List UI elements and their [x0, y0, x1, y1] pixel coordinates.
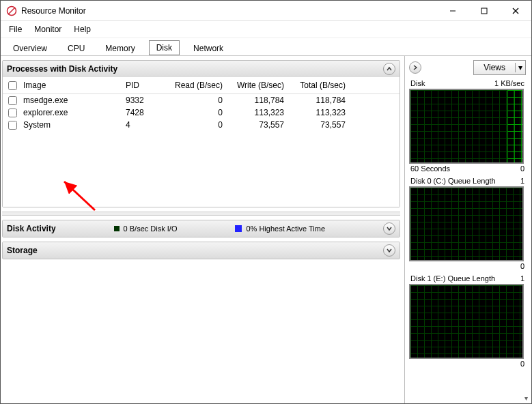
views-dropdown-icon[interactable]: ▾ [515, 63, 525, 72]
cell-read: 0 [164, 107, 225, 118]
collapse-side-icon[interactable] [409, 61, 421, 74]
disk-io-label: 0 B/sec Disk I/O [124, 225, 178, 233]
scroll-down-icon[interactable]: ▾ [520, 392, 532, 404]
window-title: Resource Monitor [21, 6, 437, 16]
blue-swatch-icon [235, 225, 242, 232]
storage-title: Storage [7, 246, 38, 255]
processes-section-header[interactable]: Processes with Disk Activity [3, 61, 400, 77]
collapse-processes-icon[interactable] [383, 63, 395, 75]
menu-bar: File Monitor Help [1, 21, 531, 38]
tab-bar: Overview CPU Memory Disk Network [1, 38, 531, 56]
graph-scale: 1 [520, 274, 524, 283]
disk-io-indicator: 0 B/sec Disk I/O [114, 225, 178, 233]
disk-activity-section: Disk Activity 0 B/sec Disk I/O 0% Highes… [2, 220, 400, 237]
processes-section: Processes with Disk Activity Image PID R… [2, 60, 400, 207]
disk-activity-header[interactable]: Disk Activity 0 B/sec Disk I/O 0% Highes… [3, 220, 400, 237]
graph-title: Disk 1 (E:) Queue Length [410, 274, 495, 283]
column-checkbox[interactable] [5, 80, 20, 91]
storage-section: Storage [2, 242, 400, 259]
graph-scale: 1 KB/sec [494, 79, 524, 87]
processes-section-title: Processes with Disk Activity [7, 64, 117, 74]
views-label: Views [474, 63, 515, 72]
cell-pid: 4 [123, 119, 164, 130]
cell-pid: 7428 [123, 107, 164, 118]
column-pid[interactable]: PID [123, 80, 164, 91]
graph-foot-left: 60 Seconds [410, 164, 450, 173]
column-total[interactable]: Total (B/sec) [287, 80, 348, 91]
side-panel: Views ▾ Disk 1 KB/sec 60 Seconds 0 Disk … [404, 56, 531, 404]
green-swatch-icon [114, 226, 120, 231]
cell-write: 73,557 [225, 119, 287, 130]
graph-canvas [409, 89, 524, 164]
svg-rect-3 [481, 8, 487, 14]
cell-total: 113,323 [287, 107, 348, 118]
tab-disk[interactable]: Disk [149, 40, 180, 55]
graph-scale: 1 [520, 177, 524, 185]
maximize-button[interactable] [468, 1, 500, 21]
graph-disk1-queue: Disk 1 (E:) Queue Length 1 0 [409, 274, 526, 368]
column-image[interactable]: Image [20, 80, 123, 91]
cell-pid: 9332 [123, 95, 164, 106]
menu-monitor[interactable]: Monitor [29, 23, 67, 36]
row-checkbox[interactable] [8, 96, 17, 105]
table-row[interactable]: System 4 0 73,557 73,557 [3, 119, 400, 131]
column-read[interactable]: Read (B/sec) [164, 80, 225, 91]
graph-canvas [409, 186, 524, 261]
cell-total: 73,557 [287, 119, 348, 130]
tab-cpu[interactable]: CPU [61, 42, 92, 55]
storage-header[interactable]: Storage [3, 242, 400, 259]
graph-title: Disk [410, 79, 425, 87]
graph-disk: Disk 1 KB/sec 60 Seconds 0 [409, 79, 526, 173]
title-bar: Resource Monitor [1, 1, 531, 21]
splitter[interactable] [2, 212, 400, 216]
graph-foot-right: 0 [520, 360, 524, 368]
column-write[interactable]: Write (B/sec) [225, 80, 287, 91]
graph-disk0-queue: Disk 0 (C:) Queue Length 1 0 [409, 177, 526, 270]
row-checkbox[interactable] [8, 109, 17, 117]
graph-foot-right: 0 [520, 164, 524, 173]
table-row[interactable]: explorer.exe 7428 0 113,323 113,323 [3, 106, 400, 119]
cell-total: 118,784 [287, 95, 348, 106]
tab-network[interactable]: Network [186, 42, 230, 55]
disk-activity-title: Disk Activity [7, 224, 56, 233]
expand-disk-activity-icon[interactable] [383, 222, 395, 235]
cell-image: System [20, 119, 123, 130]
processes-columns[interactable]: Image PID Read (B/sec) Write (B/sec) Tot… [3, 77, 400, 94]
cell-image: msedge.exe [20, 95, 123, 106]
cell-image: explorer.exe [20, 107, 123, 118]
svg-line-1 [8, 8, 15, 14]
cell-write: 113,323 [225, 107, 287, 118]
main-panel: Processes with Disk Activity Image PID R… [1, 56, 404, 404]
expand-storage-icon[interactable] [383, 244, 395, 257]
highest-active-indicator: 0% Highest Active Time [235, 225, 325, 233]
cell-read: 0 [164, 119, 225, 130]
tab-overview[interactable]: Overview [6, 42, 54, 55]
processes-table: Image PID Read (B/sec) Write (B/sec) Tot… [3, 77, 400, 207]
cell-write: 118,784 [225, 95, 287, 106]
graph-foot-right: 0 [520, 262, 524, 270]
row-checkbox[interactable] [8, 121, 17, 130]
graph-canvas [409, 284, 524, 359]
graph-title: Disk 0 (C:) Queue Length [410, 177, 496, 185]
menu-file[interactable]: File [3, 23, 27, 36]
minimize-button[interactable] [437, 1, 468, 21]
highest-active-label: 0% Highest Active Time [246, 225, 325, 233]
views-button[interactable]: Views ▾ [473, 60, 526, 75]
table-row[interactable]: msedge.exe 9332 0 118,784 118,784 [3, 94, 400, 106]
tab-memory[interactable]: Memory [98, 42, 141, 55]
app-icon [6, 5, 17, 16]
cell-read: 0 [164, 95, 225, 106]
close-button[interactable] [500, 1, 531, 21]
menu-help[interactable]: Help [68, 23, 96, 36]
